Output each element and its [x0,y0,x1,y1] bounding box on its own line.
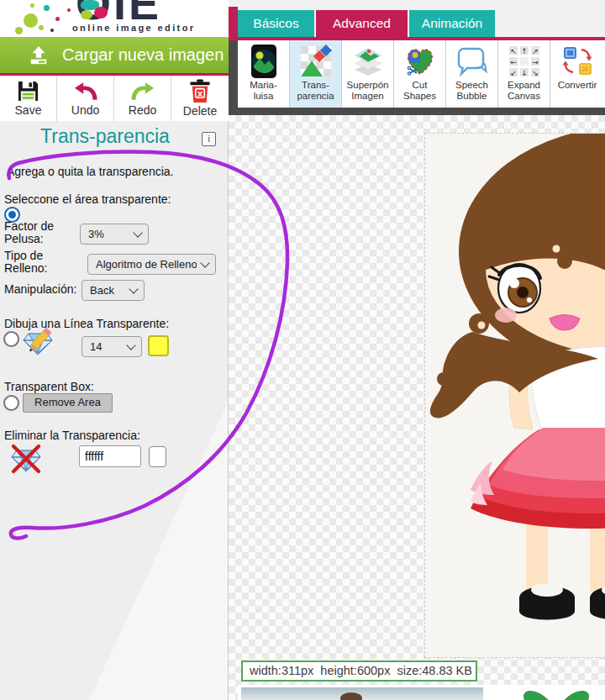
chevron-down-icon [126,340,135,350]
panel-description: Agrega o quita la transparencia. [7,165,173,178]
logo-subtitle: online image editor [72,23,195,33]
paint-splatter [55,17,60,21]
transparent-box-label: Transparent Box: [4,380,94,393]
paint-splatter [44,5,50,11]
tab-accent-strip [229,7,238,37]
fuzz-factor-label: Factor dePelusa: [4,220,54,246]
divider-strip [229,40,238,108]
tab-animacion[interactable]: Animación [409,10,495,37]
paint-splatter [39,25,44,30]
chevron-down-icon [200,258,209,267]
undo-icon [73,80,98,103]
upload-new-image-button[interactable]: Cargar nueva imagen [0,37,229,73]
upload-button-label: Cargar nueva imagen [62,45,224,65]
tab-advanced[interactable]: Advanced [316,10,408,37]
line-width-select[interactable]: 14 [82,336,142,357]
upload-icon [29,45,49,66]
loaded-image[interactable] [424,133,605,658]
svg-text:←: ← [510,58,517,66]
manipulation-value: Back [90,284,114,297]
fill-type-select[interactable]: Algoritmo de Relleno po [87,254,216,275]
edit-toolbar: Save Undo Redo [0,76,229,121]
diamond-pencil-icon [22,326,54,361]
hex-color-input[interactable] [79,445,141,467]
logo-color-patch [94,7,108,18]
girl-illustration [425,134,605,657]
heart-cut-icon [403,43,437,80]
line-width-value: 14 [90,340,102,353]
paint-splatter [24,13,38,28]
svg-text:→: → [532,58,539,66]
image-status-bar: width:311px height:600px size:48.83 KB [241,661,477,682]
svg-text:x: x [197,88,203,98]
redo-icon [130,80,155,103]
panel-title: Trans-parencia [0,125,210,148]
save-button[interactable]: Save [0,76,57,121]
manipulation-label: Manipulación: [4,282,76,296]
fuzz-factor-select[interactable]: 3% [80,224,149,245]
diamond-crossed-icon [10,443,42,478]
tool-maria-luisa[interactable]: Maria-luisa [238,40,290,108]
svg-text:↘: ↘ [532,69,539,77]
delete-label: Delete [183,104,217,118]
tool-convertir[interactable]: Convertir [550,40,604,108]
delete-button[interactable]: x Delete [171,76,229,121]
online-image-editor-app: OIE online image editor Cargar nueva ima… [0,0,605,700]
svg-text:↓: ↓ [521,69,528,77]
fill-type-label: Tipo deRelleno: [4,250,47,276]
fill-type-value: Algoritmo de Relleno po [96,258,197,271]
chevron-down-icon [133,228,142,237]
hex-color-swatch[interactable] [149,446,166,467]
draw-line-radio[interactable] [3,331,19,347]
butterfly-thumbnail[interactable] [521,686,592,700]
undo-button[interactable]: Undo [57,76,114,121]
tools-row: Maria-luisa Trans-parencia [238,40,605,108]
photo-figure [340,692,362,700]
redo-label: Redo [129,103,156,117]
tool-superpon-imagen[interactable]: SuperpónImagen [342,40,394,108]
speech-bubble-icon [455,43,489,80]
svg-text:↙: ↙ [510,69,517,77]
tool-transparencia[interactable]: Trans-parencia [290,40,342,108]
transparency-icon [299,43,333,80]
logo-header: OIE online image editor [0,0,229,37]
line-color-swatch[interactable] [148,335,169,356]
tab-basicos[interactable]: Básicos [238,10,314,37]
logo-color-patch [81,10,92,19]
remove-area-button[interactable]: Remove Area [23,393,113,413]
expand-arrows-icon: ↖↑↗ ←→ ↙↓↘ [508,43,541,80]
svg-text:↖: ↖ [510,47,517,55]
divider-band [229,108,605,115]
fuzz-factor-value: 3% [88,228,104,240]
paint-splatter [50,29,54,32]
remove-transparency-label: Eliminar la Transparencia: [4,429,140,442]
tool-cut-shapes[interactable]: CutShapes [394,40,446,108]
svg-text:↗: ↗ [532,47,539,55]
tool-speech-bubble[interactable]: SpeechBubble [446,40,498,108]
paint-splatter [15,27,23,34]
layers-icon [351,43,385,80]
paint-splatter [30,3,34,8]
svg-text:↑: ↑ [521,47,528,55]
transparency-panel: Trans-parencia i Agrega o quita la trans… [0,121,229,700]
info-icon[interactable]: i [202,132,216,146]
paint-splatter [67,8,71,12]
tool-expand-canvas[interactable]: ↖↑↗ ←→ ↙↓↘ ExpandCanvas [498,40,550,108]
save-label: Save [15,103,42,117]
save-icon [17,80,39,103]
photo-thumbnail[interactable] [241,687,483,700]
transparent-box-radio[interactable] [3,395,19,411]
convert-icon [560,43,594,80]
delete-icon: x [189,79,211,103]
undo-label: Undo [71,103,99,117]
select-area-label: Seleccone el área transparente: [4,192,171,206]
redo-button[interactable]: Redo [114,76,171,121]
manipulation-select[interactable]: Back [82,280,145,301]
photo-icon [247,43,281,80]
chevron-down-icon [129,284,138,293]
butterfly-icon [521,686,592,700]
